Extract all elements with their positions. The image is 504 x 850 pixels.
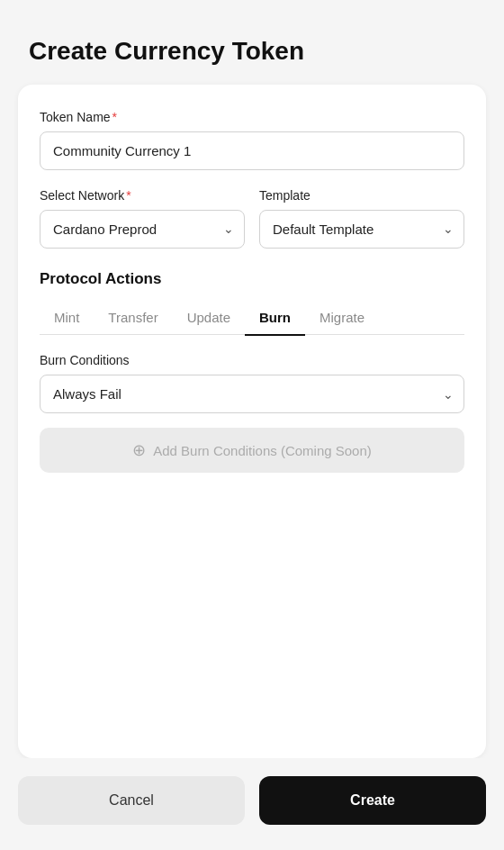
network-field: Select Network* Cardano Preprod Cardano …: [40, 188, 245, 249]
token-name-field: Token Name*: [40, 110, 464, 170]
network-select-wrapper: Cardano Preprod Cardano Mainnet ⌄: [40, 210, 245, 249]
burn-conditions-field: Burn Conditions Always Fail Always Succe…: [40, 353, 464, 413]
form-card: Token Name* Select Network* Cardano Prep…: [18, 85, 486, 758]
token-name-label: Token Name*: [40, 110, 464, 124]
add-burn-conditions-button[interactable]: ⊕ Add Burn Conditions (Coming Soon): [40, 428, 464, 473]
add-circle-icon: ⊕: [132, 442, 146, 458]
burn-conditions-select[interactable]: Always Fail Always Succeed: [40, 375, 464, 413]
template-select-wrapper: Default Template ⌄: [259, 210, 464, 249]
tab-update[interactable]: Update: [173, 303, 245, 336]
burn-conditions-select-wrapper: Always Fail Always Succeed ⌄: [40, 375, 464, 413]
page-title: Create Currency Token: [29, 36, 475, 67]
token-name-input[interactable]: [40, 131, 464, 170]
protocol-tabs: Mint Transfer Update Burn Migrate: [40, 303, 464, 336]
tab-transfer[interactable]: Transfer: [94, 303, 172, 336]
network-select[interactable]: Cardano Preprod Cardano Mainnet: [40, 210, 245, 249]
template-label: Template: [259, 188, 464, 203]
network-label: Select Network*: [40, 188, 245, 203]
create-button[interactable]: Create: [259, 776, 486, 825]
footer-actions: Cancel Create: [0, 758, 504, 850]
burn-conditions-label: Burn Conditions: [40, 353, 464, 367]
protocol-actions-title: Protocol Actions: [40, 270, 464, 288]
tab-burn[interactable]: Burn: [245, 303, 305, 336]
tab-mint[interactable]: Mint: [40, 303, 94, 336]
template-field: Template Default Template ⌄: [259, 188, 464, 249]
add-conditions-label: Add Burn Conditions (Coming Soon): [153, 443, 372, 458]
tab-migrate[interactable]: Migrate: [305, 303, 379, 336]
cancel-button[interactable]: Cancel: [18, 776, 245, 825]
template-select[interactable]: Default Template: [259, 210, 464, 249]
